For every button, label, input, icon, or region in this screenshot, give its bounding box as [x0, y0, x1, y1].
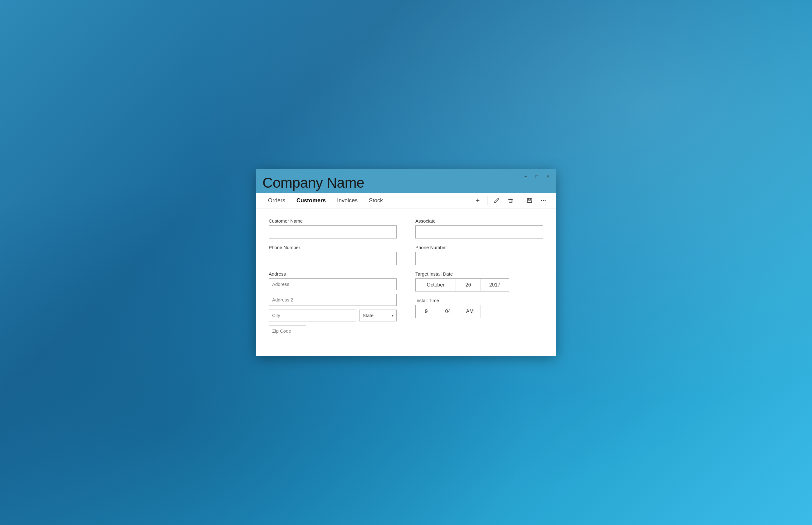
- form-right-col: Associate Phone Number Target install Da…: [415, 218, 543, 343]
- associate-label: Associate: [415, 218, 543, 224]
- svg-point-8: [545, 200, 546, 201]
- edit-button[interactable]: [491, 194, 503, 207]
- customer-phone-group: Phone Number: [269, 245, 397, 265]
- form-content: Customer Name Phone Number Address: [256, 209, 556, 356]
- delete-button[interactable]: [504, 194, 517, 207]
- customer-name-label: Customer Name: [269, 218, 397, 224]
- divider-2: [520, 196, 520, 205]
- divider-1: [487, 196, 488, 205]
- app-window: − □ ✕ Company Name Orders Customers Invo…: [256, 169, 556, 356]
- target-date-group: Target install Date October 26 2017: [415, 271, 543, 291]
- date-year[interactable]: 2017: [481, 279, 509, 291]
- city-state-row: State ALAKAZAR CACOCTDE FLGAHIID ILINIAK…: [269, 310, 397, 321]
- zipcode-input[interactable]: [269, 325, 306, 337]
- address-group: Address State ALAKAZAR CACOCTDE FLGAHIID…: [269, 271, 397, 337]
- customer-name-group: Customer Name: [269, 218, 397, 239]
- more-button[interactable]: [537, 194, 550, 207]
- save-icon: [526, 197, 533, 204]
- nav-actions: +: [472, 194, 550, 207]
- svg-rect-5: [528, 201, 531, 202]
- svg-point-6: [541, 200, 542, 201]
- target-date-label: Target install Date: [415, 271, 543, 276]
- install-time-group: Install Time 9 04 AM: [415, 298, 543, 318]
- form-grid: Customer Name Phone Number Address: [269, 218, 543, 343]
- app-title: Company Name: [262, 175, 550, 191]
- associate-input[interactable]: [415, 225, 543, 239]
- svg-rect-0: [509, 199, 512, 202]
- minimize-button[interactable]: −: [523, 174, 528, 179]
- nav-tabs: Orders Customers Invoices Stock: [262, 193, 389, 209]
- customer-name-input[interactable]: [269, 225, 397, 239]
- time-minute[interactable]: 04: [437, 305, 459, 318]
- state-select-wrapper: State ALAKAZAR CACOCTDE FLGAHIID ILINIAK…: [359, 310, 397, 321]
- edit-icon: [494, 197, 500, 204]
- address-label: Address: [269, 271, 397, 276]
- form-left-col: Customer Name Phone Number Address: [269, 218, 397, 343]
- add-button[interactable]: +: [472, 194, 484, 207]
- zip-row: [269, 325, 397, 337]
- title-bar: − □ ✕ Company Name: [256, 169, 556, 193]
- tab-orders[interactable]: Orders: [262, 193, 291, 209]
- delete-icon: [507, 197, 514, 204]
- date-day[interactable]: 26: [456, 279, 481, 291]
- svg-point-7: [543, 200, 544, 201]
- tab-invoices[interactable]: Invoices: [331, 193, 363, 209]
- tab-customers[interactable]: Customers: [291, 193, 331, 209]
- associate-phone-group: Phone Number: [415, 245, 543, 265]
- tab-stock[interactable]: Stock: [363, 193, 389, 209]
- maximize-button[interactable]: □: [534, 174, 539, 179]
- customer-phone-input[interactable]: [269, 252, 397, 265]
- install-time-label: Install Time: [415, 298, 543, 303]
- customer-phone-label: Phone Number: [269, 245, 397, 250]
- address2-input[interactable]: [269, 294, 397, 306]
- more-icon: [540, 197, 547, 204]
- time-ampm[interactable]: AM: [459, 305, 481, 318]
- associate-phone-label: Phone Number: [415, 245, 543, 250]
- window-controls: − □ ✕: [523, 174, 551, 179]
- address1-input[interactable]: [269, 279, 397, 290]
- associate-group: Associate: [415, 218, 543, 239]
- state-select[interactable]: State ALAKAZAR CACOCTDE FLGAHIID ILINIAK…: [359, 310, 397, 321]
- save-button[interactable]: [523, 194, 536, 207]
- city-input[interactable]: [269, 310, 356, 321]
- date-month[interactable]: October: [415, 279, 456, 291]
- date-picker: October 26 2017: [415, 279, 543, 291]
- nav-bar: Orders Customers Invoices Stock +: [256, 193, 556, 209]
- time-picker: 9 04 AM: [415, 305, 543, 318]
- time-hour[interactable]: 9: [415, 305, 437, 318]
- svg-rect-4: [528, 198, 531, 200]
- close-button[interactable]: ✕: [545, 174, 551, 179]
- associate-phone-input[interactable]: [415, 252, 543, 265]
